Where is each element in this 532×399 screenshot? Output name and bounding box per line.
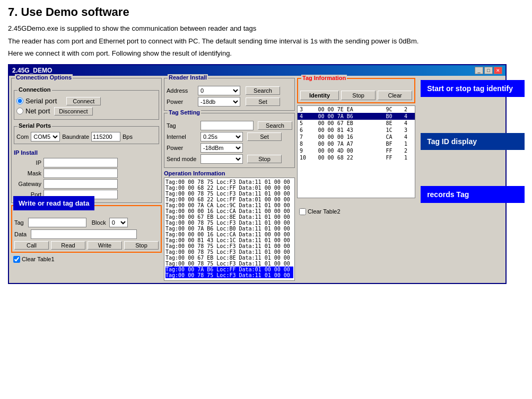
operation-label: Operation Information [164, 170, 295, 176]
baudrate-label: Baundrate [62, 134, 89, 140]
power-select[interactable]: -18db [198, 97, 240, 107]
tag-stop-button[interactable]: Stop [341, 91, 376, 100]
log-area[interactable]: Tag:00 00 78 75 Loc:F3 Data:11 01 00 00T… [164, 178, 295, 281]
identity-button[interactable]: Identity [300, 91, 339, 100]
address-label: Address [167, 87, 196, 94]
connection-options-group: Connection Options Connection Serial por… [11, 78, 162, 203]
send-mode-label: Send mode [167, 156, 198, 162]
connection-options-label: Connection Options [15, 74, 73, 81]
com-label: Com [16, 134, 29, 140]
tag-id-display-callout: Tag ID display [421, 133, 525, 150]
window-controls: _ □ ✕ [475, 67, 502, 74]
net-port-label: Net port [25, 107, 50, 115]
baudrate-input[interactable] [91, 132, 120, 141]
ts-stop-button[interactable]: Stop [247, 155, 282, 163]
bottom-checkboxes: Clear Table1 [11, 255, 162, 264]
doc-para3: Here we connect it with com port. Follow… [8, 48, 524, 59]
call-button[interactable]: Call [14, 241, 49, 250]
tag-setting-label: Tag Setting [168, 109, 201, 116]
power-label1: Power [167, 99, 196, 105]
right-bottom-checkboxes: Clear Table2 [297, 207, 525, 216]
bps-label: Bps [123, 134, 133, 140]
internel-select[interactable]: 0.25s [200, 132, 243, 141]
internel-label: Internel [167, 134, 198, 140]
reader-search-button[interactable]: Search [246, 86, 280, 95]
clear-button[interactable]: Clear [378, 91, 412, 100]
disconnect-button[interactable]: Disconnect [54, 107, 92, 116]
rw-tag-input[interactable] [28, 218, 86, 227]
right-layout: Tag Information Identity Stop Clear 300 … [297, 78, 525, 203]
left-panel: Connection Options Connection Serial por… [11, 78, 162, 281]
ts-tag-label: Tag [167, 122, 198, 129]
tag-search-button[interactable]: Search [258, 121, 292, 130]
gateway-input[interactable] [43, 179, 118, 189]
window-body: Connection Options Connection Serial por… [9, 76, 505, 283]
com-select[interactable]: COM5 [31, 132, 60, 141]
doc-para1: 2.45GDemo.exe is supplied to show the co… [8, 23, 524, 34]
middle-panel: Reader Install Address 0 Search Power -1… [164, 78, 295, 281]
reader-install-group: Reader Install Address 0 Search Power -1… [164, 78, 295, 111]
title-bar: 2.45G_DEMO _ □ ✕ [9, 65, 505, 76]
readwrite-container: Read/Write Tag Tag Block 0 [11, 205, 162, 253]
send-mode-select[interactable] [200, 154, 243, 164]
block-select[interactable]: 0 [109, 218, 128, 227]
window-title: 2.45G_DEMO [12, 67, 52, 74]
doc-title: 7. Use Demo software [8, 5, 524, 19]
data-input[interactable] [31, 229, 137, 239]
start-stop-callout: Start or stop tag identify [421, 80, 525, 97]
clear-table1-checkbox[interactable]: Clear Table1 [13, 256, 55, 263]
doc-para2: The reader has com port and Ethernet por… [8, 36, 524, 47]
serial-port-radio[interactable] [16, 97, 23, 104]
power-set-button[interactable]: Set [246, 97, 280, 106]
reader-install-label: Reader Install [168, 74, 208, 81]
close-button[interactable]: ✕ [494, 67, 502, 74]
read-button[interactable]: Read [51, 241, 85, 250]
write-button[interactable]: Write [88, 241, 122, 250]
ip-install-label: IP Install [14, 149, 159, 156]
ts-tag-input[interactable] [200, 121, 254, 130]
internel-set-button[interactable]: Set [247, 132, 282, 141]
serial-ports-label: Serial Ports [18, 122, 52, 129]
main-window: 2.45G_DEMO _ □ ✕ Connection Options Conn… [8, 64, 507, 284]
restore-button[interactable]: □ [484, 67, 493, 74]
readwrite-group: Read/Write Tag Tag Block 0 [11, 205, 162, 253]
block-label: Block [92, 219, 106, 226]
ip-input[interactable] [43, 158, 118, 167]
ip-label: IP [14, 159, 41, 166]
gateway-label: Gateway [14, 181, 41, 187]
power-label2: Power [167, 145, 198, 151]
tag-info-box: Tag Information Identity Stop Clear [297, 78, 415, 103]
connection-label: Connection [18, 86, 52, 93]
minimize-button[interactable]: _ [475, 67, 483, 74]
callouts-area: Start or stop tag identify Tag ID displa… [418, 78, 525, 203]
mask-label: Mask [14, 170, 41, 176]
clear-table2-checkbox[interactable]: Clear Table2 [299, 208, 341, 215]
right-panel: Tag Information Identity Stop Clear 300 … [297, 78, 525, 281]
mask-input[interactable] [43, 169, 118, 178]
tag-data-area: Tag Information Identity Stop Clear 300 … [297, 78, 415, 203]
address-select[interactable]: 0 [198, 86, 240, 95]
tag-table[interactable]: 300 00 7E EA9C2400 00 7A B6B04500 00 67 … [297, 105, 415, 198]
ip-install-section: IP Install IP Mask Gateway [14, 149, 159, 199]
rw-stop-button[interactable]: Stop [124, 241, 159, 250]
write-read-callout: Write or read tag data [13, 196, 94, 210]
net-port-radio[interactable] [16, 108, 23, 114]
rw-tag-label: Tag [14, 219, 24, 226]
ts-power-select[interactable]: -18dBm [200, 143, 243, 153]
operation-section: Operation Information Tag:00 00 78 75 Lo… [164, 170, 295, 281]
tag-records-callout: records Tag [421, 186, 525, 203]
tag-setting-group: Tag Setting Tag Search Internel 0.25s Se… [164, 113, 295, 168]
connect-button[interactable]: Connect [66, 97, 101, 105]
tag-info-label: Tag Information [301, 75, 347, 81]
serial-port-label: Serial port [25, 97, 57, 105]
data-label: Data [14, 231, 27, 237]
